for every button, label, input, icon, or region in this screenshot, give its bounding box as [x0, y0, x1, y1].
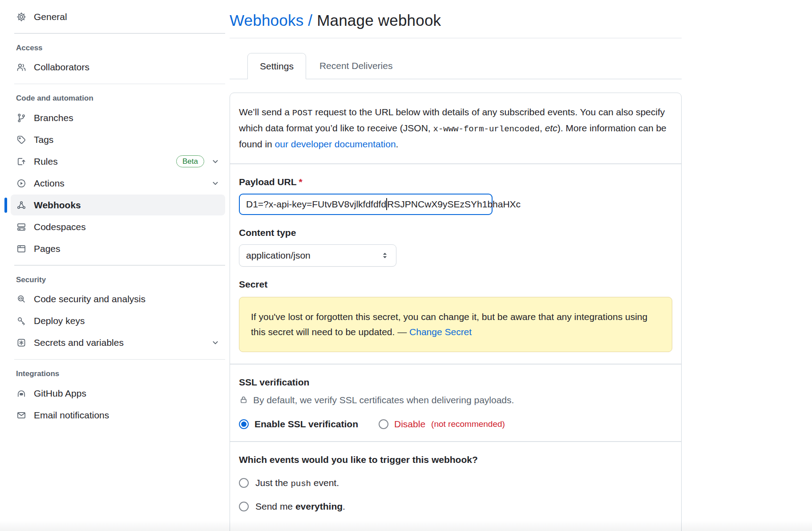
- urlencoded-code: x-www-form-urlencoded: [433, 124, 540, 134]
- sidebar-item-label: Rules: [34, 156, 58, 167]
- sidebar-item-label: Deploy keys: [34, 316, 85, 326]
- settings-sidebar: General Access Collaborators Code and au…: [11, 5, 225, 426]
- sidebar-item-deploy-keys[interactable]: Deploy keys: [11, 311, 225, 332]
- radio-unchecked-icon[interactable]: [239, 502, 249, 511]
- people-icon: [16, 62, 27, 73]
- tab-settings[interactable]: Settings: [247, 53, 306, 79]
- sidebar-section-access: Access: [11, 44, 225, 53]
- page-title-text: Manage webhook: [317, 12, 441, 29]
- sidebar-divider: [14, 84, 225, 85]
- ssl-radio-group: Enable SSL verification Disable (not rec…: [239, 419, 672, 430]
- sidebar-item-label: Secrets and variables: [34, 337, 124, 348]
- radio-checked-icon[interactable]: [239, 419, 249, 429]
- sidebar-item-actions[interactable]: Actions: [11, 173, 225, 194]
- send-everything-label: Send me everything.: [255, 501, 345, 512]
- events-heading: Which events would you like to trigger t…: [239, 454, 672, 465]
- git-branch-icon: [16, 113, 27, 123]
- sidebar-item-label: Webhooks: [34, 200, 81, 211]
- lock-icon: [239, 395, 248, 405]
- sidebar-item-email-notifications[interactable]: Email notifications: [11, 405, 225, 426]
- change-secret-link[interactable]: Change Secret: [409, 327, 472, 337]
- github-webhook-settings-page: General Access Collaborators Code and au…: [0, 0, 812, 531]
- sidebar-item-label: Email notifications: [34, 410, 109, 421]
- developer-docs-link[interactable]: our developer documentation: [275, 139, 396, 149]
- hubot-icon: [16, 388, 27, 399]
- sidebar-item-collaborators[interactable]: Collaborators: [11, 57, 225, 78]
- webhooks-breadcrumb-link[interactable]: Webhooks /: [230, 12, 312, 29]
- sidebar-item-secrets-variables[interactable]: Secrets and variables: [11, 332, 225, 353]
- codespaces-icon: [16, 222, 27, 232]
- send-everything-radio-option[interactable]: Send me everything.: [239, 501, 672, 512]
- post-code: POST: [292, 108, 313, 118]
- radio-unchecked-icon[interactable]: [379, 419, 388, 429]
- sidebar-item-label: Collaborators: [34, 62, 89, 73]
- just-push-text: event.: [311, 478, 339, 488]
- sidebar-item-general[interactable]: General: [11, 6, 225, 27]
- sidebar-item-rules[interactable]: Rules Beta: [11, 151, 225, 172]
- browser-icon: [16, 243, 27, 254]
- sidebar-item-label: Pages: [34, 243, 61, 254]
- sidebar-item-label: Actions: [34, 178, 65, 189]
- sidebar-section-code-automation: Code and automation: [11, 94, 225, 103]
- content-type-selected-value: application/json: [246, 250, 311, 261]
- main-content: Webhooks /Manage webhook Settings Recent…: [230, 0, 682, 531]
- sidebar-item-pages[interactable]: Pages: [11, 238, 225, 259]
- sidebar-item-webhooks[interactable]: Webhooks: [11, 195, 225, 215]
- sidebar-divider: [14, 265, 225, 266]
- rules-icon: [16, 156, 27, 167]
- webhook-icon: [16, 200, 27, 211]
- play-circle-icon: [16, 178, 27, 189]
- section-divider: [230, 441, 681, 442]
- sidebar-item-tags[interactable]: Tags: [11, 129, 225, 150]
- sidebar-item-codespaces[interactable]: Codespaces: [11, 216, 225, 237]
- just-push-text: Just the: [255, 478, 291, 488]
- page-title: Webhooks /Manage webhook: [230, 12, 682, 38]
- content-type-select[interactable]: application/json: [239, 244, 396, 267]
- sidebar-item-branches[interactable]: Branches: [11, 107, 225, 128]
- payload-url-value-before-caret: D1=?x-api-key=FUtvBV8vjlkfdfdfd: [246, 199, 386, 210]
- sidebar-item-label: Tags: [34, 134, 53, 145]
- gear-icon: [16, 12, 27, 22]
- chevron-down-icon[interactable]: [211, 338, 220, 347]
- chevron-down-icon[interactable]: [211, 179, 220, 188]
- send-everything-text: .: [343, 501, 345, 511]
- enable-ssl-label: Enable SSL verification: [255, 419, 358, 430]
- payload-url-value-after-caret: RSJPNCwX9ySEzSYh1bhaHXc: [387, 199, 521, 210]
- sidebar-divider: [14, 33, 225, 34]
- secret-label: Secret: [239, 279, 672, 290]
- tab-recent-deliveries[interactable]: Recent Deliveries: [306, 53, 406, 78]
- ssl-verification-heading: SSL verification: [239, 377, 672, 388]
- asterisk-box-icon: [16, 337, 27, 348]
- sidebar-item-label: General: [34, 12, 67, 22]
- codescan-icon: [16, 294, 27, 304]
- sidebar-section-integrations: Integrations: [11, 369, 225, 378]
- disable-ssl-label: Disable: [394, 419, 425, 430]
- disable-ssl-note: (not recommended): [431, 419, 505, 429]
- just-push-radio-option[interactable]: Just the push event.: [239, 478, 672, 489]
- radio-unchecked-icon[interactable]: [239, 478, 249, 488]
- etc-italic: etc: [545, 123, 557, 133]
- everything-bold: everything: [295, 501, 343, 511]
- sidebar-item-github-apps[interactable]: GitHub Apps: [11, 383, 225, 404]
- section-divider: [230, 364, 681, 365]
- sidebar-item-label: GitHub Apps: [34, 388, 86, 399]
- key-icon: [16, 316, 27, 326]
- required-asterisk: *: [299, 177, 303, 187]
- send-everything-text: Send me: [255, 501, 295, 511]
- webhook-form-box: We’ll send a POST request to the URL bel…: [230, 93, 682, 531]
- ssl-description-row: By default, we verify SSL certificates w…: [239, 395, 672, 405]
- payload-url-input[interactable]: D1=?x-api-key=FUtvBV8vjlkfdfdfdRSJPNCwX9…: [239, 194, 493, 215]
- just-push-label: Just the push event.: [255, 478, 339, 489]
- sidebar-item-label: Codespaces: [34, 222, 86, 232]
- sidebar-item-actions-extras: [211, 179, 220, 188]
- chevron-down-icon[interactable]: [211, 157, 220, 166]
- sidebar-item-code-security[interactable]: Code security and analysis: [11, 289, 225, 310]
- push-code: push: [291, 479, 311, 489]
- disable-ssl-radio-option[interactable]: Disable (not recommended): [379, 419, 505, 430]
- sidebar-item-rules-extras: Beta: [176, 155, 220, 167]
- payload-url-label-text: Payload URL: [239, 177, 297, 187]
- intro-text: .: [396, 139, 399, 149]
- intro-text: ,: [540, 123, 545, 133]
- enable-ssl-radio-option[interactable]: Enable SSL verification: [239, 419, 358, 430]
- sidebar-item-secrets-extras: [211, 338, 220, 347]
